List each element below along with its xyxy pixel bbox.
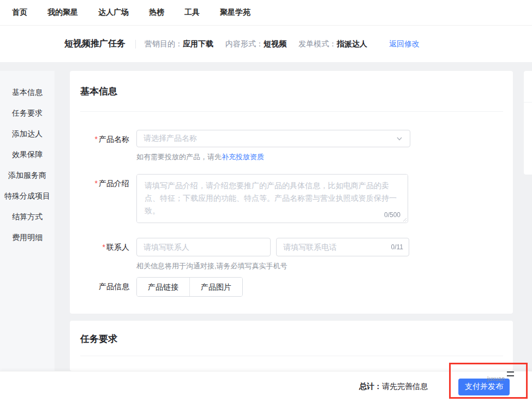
product-name-help: 如有需要投放的产品，请先补充投放资质 [136, 152, 513, 162]
field-product-name: *产品名称 请选择产品名称 [70, 130, 513, 147]
contact-label: *联系人 [70, 238, 129, 252]
contact-phone-input[interactable] [276, 238, 409, 256]
total-value: 请先完善信息 [382, 382, 428, 391]
watermark-glyph [507, 371, 514, 376]
top-nav: 首页 我的聚星 达人广场 热榜 工具 聚星学苑 [0, 0, 532, 26]
contact-name-input[interactable] [136, 238, 271, 256]
meta-marketing-goal: 营销目的：应用下载 [145, 39, 213, 49]
product-info-button-group: 产品链接 产品图片 [136, 277, 243, 297]
product-info-label: 产品信息 [70, 277, 129, 291]
back-to-edit-link[interactable]: 返回修改 [389, 39, 420, 49]
basic-info-card: 基本信息 *产品名称 请选择产品名称 如有需要投放的产品，请先补充投放资质 *产… [70, 71, 513, 314]
product-name-select[interactable]: 请选择产品名称 [136, 130, 410, 147]
nav-item-my-juxing[interactable]: 我的聚星 [47, 8, 78, 17]
sidebar-item-add-creator[interactable]: 添加达人 [12, 130, 43, 137]
total-summary: 总计：请先完善信息 [359, 382, 428, 392]
field-contact: *联系人 0/11 [70, 238, 513, 256]
product-intro-label: *产品介绍 [70, 174, 129, 188]
product-link-button[interactable]: 产品链接 [137, 278, 189, 296]
nav-item-academy[interactable]: 聚星学苑 [220, 8, 250, 17]
nav-item-tools[interactable]: 工具 [184, 8, 200, 17]
divider [524, 102, 532, 103]
task-title: 短视频推广任务 [64, 38, 125, 50]
sidebar-item-special-share[interactable]: 特殊分成项目 [4, 192, 50, 200]
field-product-info: 产品信息 产品链接 产品图片 [70, 277, 513, 297]
sidebar-item-effect-guarantee[interactable]: 效果保障 [12, 151, 43, 158]
meta-content-format: 内容形式：短视频 [225, 39, 286, 49]
task-requirements-card: 任务要求 [70, 321, 513, 371]
task-meta: 营销目的：应用下载 内容形式：短视频 发单模式：指派达人 [145, 39, 367, 49]
page: 首页 我的聚星 达人广场 热榜 工具 聚星学苑 短视频推广任务 营销目的：应用下… [0, 0, 532, 402]
product-name-placeholder: 请选择产品名称 [144, 134, 396, 143]
nav-item-hot-list[interactable]: 热榜 [149, 8, 164, 17]
product-image-button[interactable]: 产品图片 [189, 278, 242, 296]
supplement-qualification-link[interactable]: 补充投放资质 [222, 153, 264, 161]
chevron-down-icon [396, 135, 403, 142]
sidebar-item-settlement[interactable]: 结算方式 [12, 213, 43, 220]
section-title-task-requirements: 任务要求 [70, 321, 513, 345]
footer-action-bar: 总计：请先完善信息 支付并发布 [0, 371, 532, 402]
divider [80, 356, 503, 356]
divider [80, 111, 503, 112]
section-title-basic-info: 基本信息 [70, 71, 513, 98]
product-intro-textarea[interactable] [136, 174, 408, 223]
meta-dispatch-mode: 发单模式：指派达人 [298, 39, 367, 49]
nav-item-creator-market[interactable]: 达人广场 [98, 8, 129, 17]
intro-char-counter: 0/500 [384, 211, 401, 219]
phone-char-counter: 0/11 [391, 243, 403, 251]
divider-vertical [135, 40, 136, 49]
product-name-label: *产品名称 [70, 130, 129, 144]
sidebar-item-add-service-provider[interactable]: 添加服务商 [8, 171, 46, 179]
sidebar-item-cost-detail[interactable]: 费用明细 [12, 233, 43, 241]
contact-help: 相关信息将用于沟通对接,请务必填写真实手机号 [136, 261, 513, 271]
sidebar-item-task-requirements[interactable]: 任务要求 [12, 109, 43, 117]
task-header: 短视频推广任务 营销目的：应用下载 内容形式：短视频 发单模式：指派达人 返回修… [0, 26, 532, 63]
watermark-text: juxuan [487, 376, 505, 382]
sidebar-item-basic-info[interactable]: 基本信息 [12, 88, 43, 96]
field-product-intro: *产品介绍 0/500 [70, 174, 513, 223]
nav-item-home[interactable]: 首页 [12, 8, 27, 17]
anchor-sidebar: 基本信息 任务要求 添加达人 效果保障 添加服务商 特殊分成项目 结算方式 费用… [0, 71, 55, 371]
right-panel-edge [524, 71, 532, 175]
